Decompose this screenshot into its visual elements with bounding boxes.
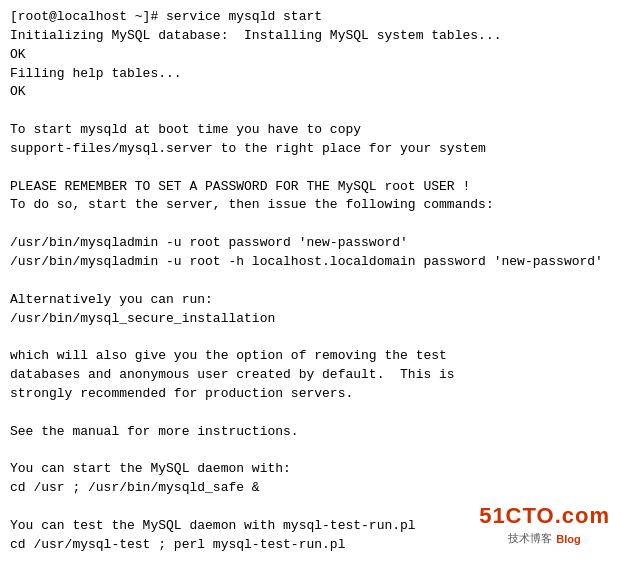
watermark-blog: Blog bbox=[556, 533, 580, 545]
watermark-tech: 技术博客 bbox=[508, 531, 552, 546]
watermark: 51CTO.com 技术博客 Blog bbox=[479, 503, 610, 546]
watermark-subtitle: 技术博客 Blog bbox=[508, 531, 580, 546]
watermark-site: 51CTO.com bbox=[479, 503, 610, 529]
terminal-output: [root@localhost ~]# service mysqld start… bbox=[10, 8, 612, 564]
terminal-window: [root@localhost ~]# service mysqld start… bbox=[0, 0, 622, 564]
